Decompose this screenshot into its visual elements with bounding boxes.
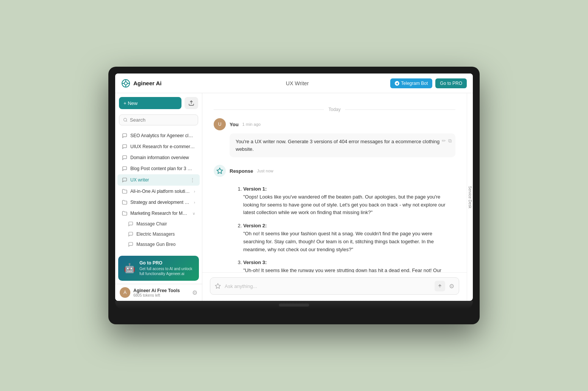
settings-icon[interactable]: ⚙ [192,289,197,296]
page-title: UX Writer [205,80,390,86]
sub-item-electric[interactable]: Electric Massagers [124,229,200,239]
sub-items-list: Massage Chair Electric Massagers Massage… [115,219,202,253]
svg-marker-9 [217,168,223,174]
promo-banner[interactable]: 🤖 Go to PRO Get full access to AI and un… [118,256,199,281]
sub-item-label-gun: Massage Gun Breo [136,242,175,247]
version-3-text: "Uh-oh! It seems like the runway you wer… [243,267,444,272]
chat-icon-4 [122,166,127,171]
sidebar-item-marketing[interactable]: Marketing Research for Mass... ∨ [117,208,200,219]
sub-item-label-massage: Massage Chair [136,221,167,227]
search-input[interactable] [130,117,194,123]
search-area [115,113,202,128]
sidebar-item-label-blog: Blog Post content plan for 3 mo... [130,166,195,171]
user-tokens: 6805 tokens left [133,293,189,297]
send-button[interactable] [435,281,445,291]
chat-icon-5 [122,177,127,183]
sub-item-neck[interactable]: Neck Massager Breo Ineck3... [124,250,200,253]
sidebar-item-blog[interactable]: Blog Post content plan for 3 mo... [117,163,200,174]
version-2-title: Version 2: [243,223,267,228]
version-3-title: Version 3: [243,260,267,265]
user-info: Agineer Ai Free Tools 6805 tokens left [133,288,189,297]
sub-chat-icon-1 [128,221,133,227]
user-message-bubble: You're a UX writer now. Generate 3 versi… [230,133,455,157]
promo-robot-icon: 🤖 [123,261,136,275]
upload-icon [188,100,194,106]
service-desk[interactable]: Service Desk [467,93,473,301]
sidebar-item-domain[interactable]: Domain information overview [117,152,200,163]
sidebar-item-uiux[interactable]: UIUX Research for e-commerc... [117,141,200,152]
input-ai-icon [215,283,221,289]
user-message-time: 1 min ago [242,122,261,127]
sidebar-item-strategy[interactable]: Strategy and development plan › [117,197,200,208]
response-version-2: Version 2: "Oh no! It seems like your fa… [243,222,449,253]
sidebar-item-label-ux: UX writer [130,177,187,183]
sidebar-item-label-allinone: All-in-One Ai platform solution... [130,189,191,194]
user-sender-name: You [230,122,239,127]
sidebar: + New [115,93,202,301]
sub-chat-icon-2 [128,231,133,237]
go-to-pro-header-button[interactable]: Go to PRO [435,78,467,88]
send-icon [438,284,442,288]
header: Agineer Ai UX Writer Telegram Bot Go to … [115,74,473,93]
promo-desc: Get full access to AI and unlock full fu… [139,266,194,276]
message-actions: ✏ ⧉ [442,137,452,145]
telegram-btn-label: Telegram Bot [401,81,428,86]
item-menu-icon[interactable]: ⋮ [190,177,195,183]
chat-input-area: ⚙ [202,272,467,301]
response-version-1: Version 1: "Oops! Looks like you've wand… [243,185,449,217]
sub-item-gun[interactable]: Massage Gun Breo [124,239,200,249]
promo-title: Go to PRO [139,260,194,266]
ai-sender-name: Response [230,168,253,174]
ai-response-bubble: Version 1: "Oops! Looks like you've wand… [230,180,455,272]
edit-icon[interactable]: ✏ [442,137,446,145]
user-name: Agineer Ai Free Tools [133,288,189,293]
sidebar-list: SEO Analytics for Ageneer clou... UIUX R… [115,128,202,253]
chat-input-box[interactable]: ⚙ [210,277,459,295]
sidebar-top: + New [115,93,202,113]
ai-logo-icon [216,167,223,174]
ai-message-avatar [214,165,226,177]
sub-item-label-electric: Electric Massagers [136,231,175,237]
ai-message-time: Just now [257,169,273,173]
sub-item-massage-chair[interactable]: Massage Chair [124,219,200,229]
telegram-bot-button[interactable]: Telegram Bot [390,78,433,88]
sidebar-item-label-2: UIUX Research for e-commerc... [130,144,195,149]
service-desk-label: Service Desk [468,186,472,208]
logo-area: Agineer Ai [121,79,205,88]
upload-button[interactable] [185,97,198,109]
date-divider: Today [214,107,455,112]
sub-chat-icon-3 [128,242,133,247]
svg-point-1 [124,82,127,85]
user-message-header: U You 1 min ago [214,118,455,130]
chevron-right-icon: › [194,189,195,194]
sidebar-item-allinone[interactable]: All-in-One Ai platform solution... › [117,186,200,197]
chat-input[interactable] [225,283,431,289]
chat-icon [122,133,127,138]
version-2-text: "Oh no! It seems like your fashion quest… [243,231,434,252]
chat-area: Today U You 1 min ago [202,93,467,301]
search-input-wrap[interactable] [119,114,198,125]
input-settings-icon[interactable]: ⚙ [449,283,454,290]
ai-message-header: Response Just now [214,165,455,177]
copy-icon[interactable]: ⧉ [448,137,452,145]
chat-messages: Today U You 1 min ago [202,93,467,272]
response-version-3: Version 3: "Uh-oh! It seems like the run… [243,259,449,272]
logo-icon [121,79,130,88]
version-1-text: "Oops! Looks like you've wandered off th… [243,194,446,216]
telegram-icon [395,81,399,86]
sidebar-item-label-domain: Domain information overview [130,155,195,160]
sidebar-item-label: SEO Analytics for Ageneer clou... [130,133,195,138]
divider-line-right [345,109,455,110]
sidebar-item-ux-writer[interactable]: UX writer ⋮ [117,174,200,186]
divider-line-left [214,109,324,110]
sidebar-item-seo[interactable]: SEO Analytics for Ageneer clou... [117,130,200,141]
date-label: Today [328,107,341,112]
svg-marker-10 [215,283,220,288]
new-chat-button[interactable]: + New [119,97,181,109]
user-message-text: You're a UX writer now. Generate 3 versi… [236,139,439,152]
sidebar-user: A Agineer Ai Free Tools 6805 tokens left… [115,284,202,301]
response-list: Version 1: "Oops! Looks like you've wand… [236,185,449,272]
folder-icon-1 [122,189,127,194]
version-1-title: Version 1: [243,186,267,192]
user-message-avatar: U [214,118,226,130]
